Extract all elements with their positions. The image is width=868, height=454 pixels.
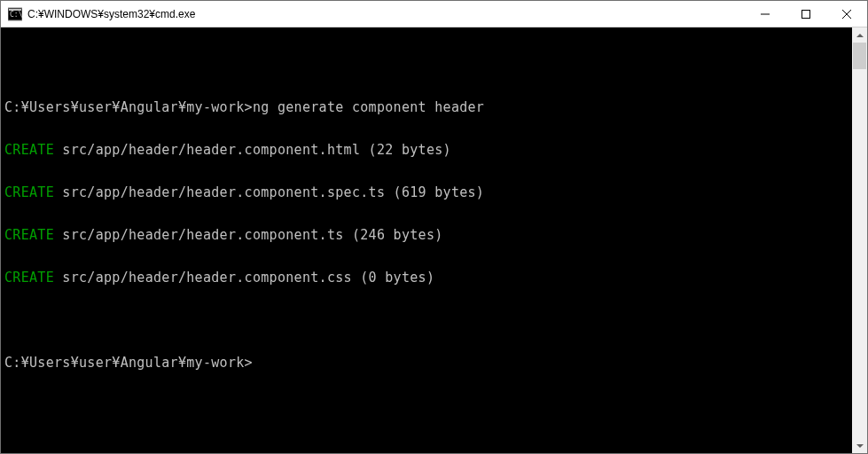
create-label: CREATE (4, 227, 54, 243)
svg-rect-4 (802, 10, 810, 18)
terminal-line: CREATE src/app/header/header.component.h… (4, 143, 848, 157)
minimize-button[interactable] (745, 1, 786, 27)
scrollbar-thumb[interactable] (853, 43, 866, 69)
terminal-line: CREATE src/app/header/header.component.t… (4, 228, 848, 242)
terminal-content[interactable]: C:¥Users¥user¥Angular¥my-work>ng generat… (1, 27, 852, 453)
create-label: CREATE (4, 270, 54, 286)
scroll-down-icon[interactable] (852, 438, 867, 453)
prompt-text: C:¥Users¥user¥Angular¥my-work> (4, 99, 253, 115)
window-title: C:¥WINDOWS¥system32¥cmd.exe (27, 8, 745, 20)
close-button[interactable] (826, 1, 867, 27)
terminal-line: CREATE src/app/header/header.component.s… (4, 185, 848, 200)
titlebar[interactable]: C:\ C:¥WINDOWS¥system32¥cmd.exe (1, 1, 867, 27)
terminal-line: CREATE src/app/header/header.component.c… (4, 270, 848, 285)
output-path: src/app/header/header.component.html (22… (54, 142, 451, 158)
prompt-text: C:¥Users¥user¥Angular¥my-work> (4, 355, 253, 371)
vertical-scrollbar[interactable] (852, 27, 867, 453)
terminal-area: C:¥Users¥user¥Angular¥my-work>ng generat… (1, 27, 867, 453)
command-text: ng generate component header (253, 99, 484, 115)
window-controls (745, 1, 867, 27)
terminal-line: C:¥Users¥user¥Angular¥my-work>ng generat… (4, 100, 848, 114)
cmd-icon: C:\ (8, 7, 22, 21)
scroll-up-icon[interactable] (852, 27, 867, 43)
svg-marker-7 (856, 34, 864, 37)
svg-text:C:\: C:\ (10, 11, 22, 19)
terminal-line: C:¥Users¥user¥Angular¥my-work> (4, 356, 848, 370)
output-path: src/app/header/header.component.ts (246 … (54, 227, 443, 243)
create-label: CREATE (4, 142, 54, 158)
output-path: src/app/header/header.component.css (0 b… (54, 270, 434, 286)
svg-marker-8 (856, 444, 864, 448)
create-label: CREATE (4, 184, 54, 200)
maximize-button[interactable] (786, 1, 826, 27)
cmd-window: C:\ C:¥WINDOWS¥system32¥cmd.exe C:¥Users… (0, 0, 868, 454)
output-path: src/app/header/header.component.spec.ts … (54, 184, 484, 200)
